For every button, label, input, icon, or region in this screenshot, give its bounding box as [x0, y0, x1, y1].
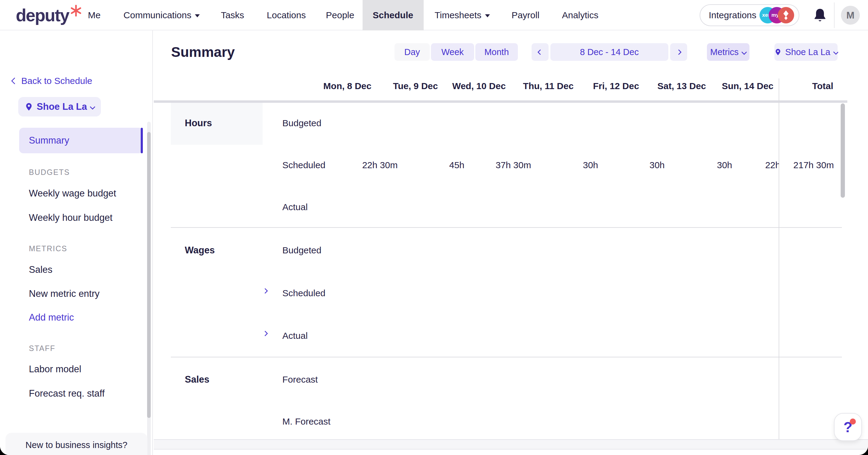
nav-item-people[interactable]: People: [326, 0, 354, 30]
deputy-asterisk-icon: [70, 4, 82, 18]
sidebar-heading-metrics: METRICS: [29, 243, 67, 254]
row-label-sales-forecast: Forecast: [282, 373, 318, 386]
deputy-app-window: deputy Me Communications Tasks Loca: [0, 0, 868, 455]
sidebar-location-selector[interactable]: Shoe La La: [18, 97, 101, 116]
nav-item-tasks[interactable]: Tasks: [221, 0, 244, 30]
group-divider: [171, 357, 842, 358]
group-label-wages: Wages: [185, 244, 215, 257]
help-notification-dot: [850, 419, 856, 425]
chevron-right-icon: [262, 331, 268, 336]
deputy-logo[interactable]: deputy: [16, 0, 82, 30]
nav-item-communications[interactable]: Communications: [123, 0, 200, 30]
chevron-right-icon: [262, 288, 268, 293]
sidebar-item-sales[interactable]: Sales: [29, 263, 53, 276]
row-label-wages-budgeted: Budgeted: [282, 244, 321, 257]
hours-scheduled-sun: 22h 30m: [765, 159, 779, 172]
chevron-left-icon: [11, 78, 18, 85]
sidebar-item-weekly-hour-budget[interactable]: Weekly hour budget: [29, 211, 113, 224]
horizontal-scrollbar-track[interactable]: [154, 439, 868, 450]
header-location-selector[interactable]: Shoe La La: [774, 43, 838, 61]
topbar-divider: [834, 2, 835, 28]
notifications-bell-icon[interactable]: [813, 8, 827, 23]
nav-item-locations[interactable]: Locations: [267, 0, 306, 30]
row-label-wages-actual: Actual: [282, 329, 308, 342]
sidebar-item-forecast-req-staff[interactable]: Forecast req. staff: [29, 387, 104, 400]
lightspeed-logo-icon: [778, 7, 794, 23]
caret-down-icon: [195, 14, 200, 17]
hours-scheduled-total: 217h 30m: [793, 159, 834, 172]
sidebar-item-new-metric-entry[interactable]: New metric entry: [29, 287, 100, 300]
nav-item-schedule-active[interactable]: Schedule: [373, 0, 413, 30]
sidebar-link-add-metric[interactable]: Add metric: [29, 311, 74, 324]
sidebar-item-weekly-wage-budget[interactable]: Weekly wage budget: [29, 187, 116, 200]
row-label-wages-scheduled: Scheduled: [282, 286, 326, 300]
chevron-down-icon: [833, 49, 839, 55]
top-navigation-bar: deputy Me Communications Tasks Loca: [0, 0, 868, 30]
expand-wages-scheduled-button[interactable]: [262, 286, 271, 295]
nav-item-payroll[interactable]: Payroll: [512, 0, 539, 30]
integration-logos: xero myo: [760, 7, 793, 23]
integrations-button[interactable]: Integrations xero myo: [700, 4, 799, 26]
nav-item-timesheets[interactable]: Timesheets: [435, 0, 490, 30]
nav-item-me[interactable]: Me: [88, 0, 101, 30]
location-pin-icon: [25, 102, 33, 112]
help-button[interactable]: ?: [834, 413, 862, 441]
main-scrollbar-thumb[interactable]: [841, 104, 845, 198]
insights-promo-card: New to business insights? Read the guide: [5, 433, 147, 455]
sidebar-heading-staff: STAFF: [29, 343, 55, 354]
sidebar-heading-budgets: BUDGETS: [29, 167, 70, 178]
read-the-guide-link[interactable]: Read the guide: [46, 454, 106, 455]
group-divider: [171, 227, 842, 228]
user-avatar[interactable]: M: [841, 6, 860, 25]
caret-down-icon: [485, 14, 490, 17]
row-label-sales-m-forecast: M. Forecast: [282, 415, 330, 428]
sidebar-scrollbar-thumb[interactable]: [147, 132, 151, 418]
total-column-header: Total: [812, 79, 833, 94]
promo-question: New to business insights?: [5, 440, 147, 450]
hours-scheduled-mon: 22h 30m: [362, 159, 398, 172]
hours-scheduled-fri: 30h: [649, 159, 665, 172]
sidebar-item-summary[interactable]: Summary: [19, 128, 143, 153]
insights-sidebar: Back to Schedule Shoe La La Summary BUDG…: [0, 30, 153, 455]
back-to-schedule-link[interactable]: Back to Schedule: [12, 75, 92, 87]
group-label-sales: Sales: [185, 373, 209, 386]
nav-item-analytics[interactable]: Analytics: [562, 0, 598, 30]
hours-scheduled-wed: 37h 30m: [496, 159, 531, 172]
deputy-logo-wordmark: deputy: [16, 5, 69, 25]
hours-scheduled-tue: 45h: [449, 159, 464, 172]
hours-scheduled-thu: 30h: [583, 159, 598, 172]
hours-scheduled-sat: 30h: [717, 159, 732, 172]
sidebar-item-labor-model[interactable]: Labor model: [29, 363, 81, 376]
chevron-down-icon: [90, 104, 95, 110]
expand-wages-actual-button[interactable]: [262, 329, 271, 338]
